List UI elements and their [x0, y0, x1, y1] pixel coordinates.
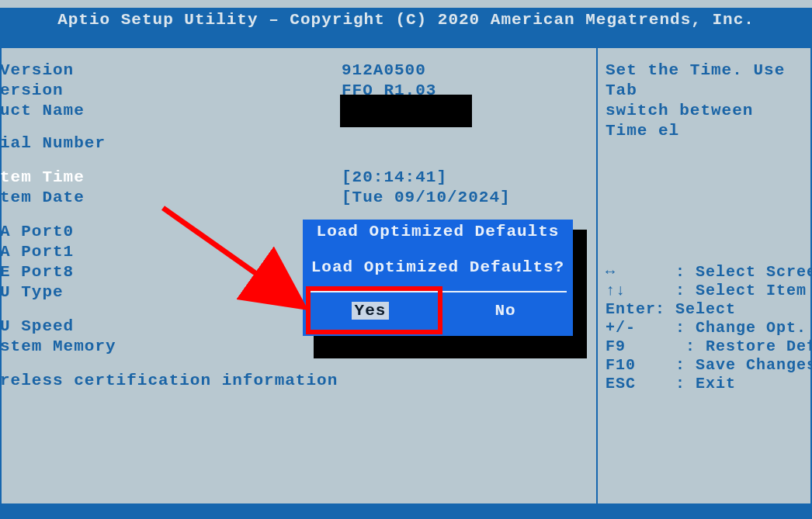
hint-desc-restore-defaults: : Restore Defaults	[685, 337, 812, 355]
hint-key-ud: ↑↓	[606, 282, 655, 300]
dialog-message: Load Optimized Defaults?	[303, 258, 573, 276]
dialog-yes-button[interactable]: Yes	[303, 297, 438, 324]
redacted-product-serial	[340, 95, 472, 127]
hint-key-enter: Enter	[606, 300, 655, 319]
label-cpu-type: U Type	[0, 282, 163, 303]
value-system-date[interactable]: [Tue 09/10/2024]	[163, 188, 511, 208]
label-sata-port0: A Port0	[0, 222, 163, 242]
value-serial-number	[163, 133, 342, 154]
hint-key-esc: ESC	[606, 375, 655, 393]
row-serial-number: ial Number	[0, 133, 596, 154]
help-panel: Set the Time. Use Tab switch between Tim…	[596, 47, 812, 505]
label-bios-version: Version	[0, 61, 163, 81]
row-bios-version: Version 912A0500	[0, 61, 596, 81]
menu-tab-strip[interactable]	[0, 31, 812, 47]
hint-desc-exit: : Exit	[675, 375, 736, 393]
label-system-time: tem Time	[0, 168, 163, 188]
load-optimized-defaults-dialog: Load Optimized Defaults Load Optimized D…	[303, 220, 573, 336]
dialog-no-label: No	[494, 302, 515, 320]
hint-desc-select-item: : Select Item	[675, 282, 807, 299]
dialog-yes-label: Yes	[352, 302, 390, 320]
row-ec-version: ersion FFQ_R1.03	[0, 81, 596, 101]
label-sata-port8: E Port8	[0, 262, 163, 282]
hint-desc-select: : Select	[655, 300, 736, 318]
row-system-time[interactable]: tem Time [20:14:41]	[0, 168, 596, 188]
key-hints: ↔ : Select Screen ↑↓ : Select Item Enter…	[606, 244, 809, 412]
label-product-name: uct Name	[0, 101, 163, 133]
hint-key-plusminus: +/-	[606, 319, 655, 337]
label-system-memory: stem Memory	[0, 337, 163, 357]
label-sata-port1: A Port1	[0, 242, 163, 262]
bios-title-bar: Aptio Setup Utility – Copyright (C) 2020…	[0, 8, 812, 33]
hint-key-f9: F9	[606, 337, 655, 356]
hint-key-f10: F10	[606, 356, 655, 375]
hint-key-lr: ↔	[606, 263, 655, 282]
row-product-name: uct Name	[0, 101, 596, 133]
label-ec-version: ersion	[0, 81, 163, 101]
label-cpu-speed: U Speed	[0, 317, 163, 337]
label-system-date: tem Date	[0, 188, 163, 208]
row-spacer-4	[0, 357, 596, 371]
footer-bar	[0, 505, 812, 519]
help-text-line1: Set the Time. Use Tab	[606, 61, 804, 101]
hint-desc-change-opt: : Change Opt.	[675, 319, 807, 337]
label-wireless-cert: reless certification information	[0, 371, 338, 391]
row-spacer-1	[0, 154, 596, 168]
help-text-line2: switch between Time el	[606, 101, 804, 141]
dialog-title: Load Optimized Defaults	[303, 223, 573, 240]
row-system-date[interactable]: tem Date [Tue 09/10/2024]	[0, 188, 596, 208]
hint-desc-select-screen: : Select Screen	[675, 263, 812, 281]
row-wireless-cert-link[interactable]: reless certification information	[0, 371, 596, 391]
value-bios-version: 912A0500	[163, 61, 426, 81]
label-serial-number: ial Number	[0, 133, 163, 154]
dialog-no-button[interactable]: No	[438, 297, 573, 324]
value-product-name	[163, 101, 472, 133]
value-system-time[interactable]: [20:14:41]	[163, 168, 447, 188]
hint-desc-save-changes: : Save Changes and	[675, 356, 812, 374]
